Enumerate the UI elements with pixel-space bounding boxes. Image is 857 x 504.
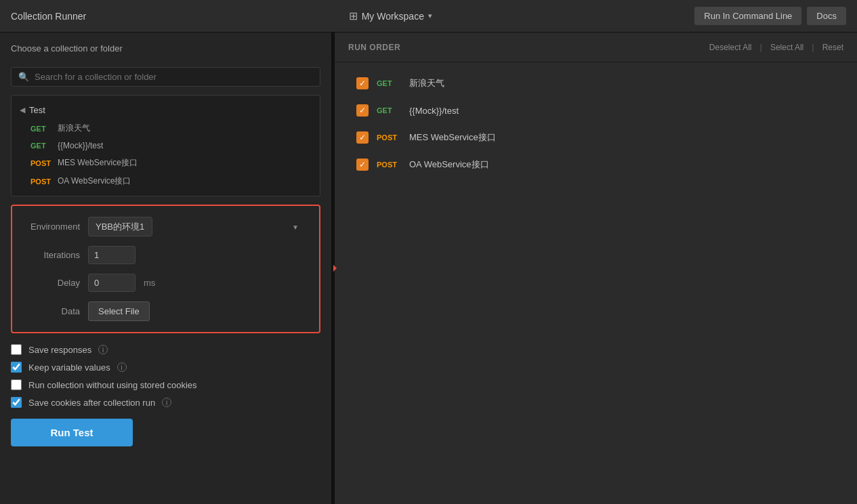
reset-button[interactable]: Reset [822, 43, 843, 52]
iterations-label: Iterations [26, 250, 80, 260]
header: Collection Runner ⊞ My Workspace ▾ Run I… [0, 0, 857, 33]
option-save-responses: Save responses i [11, 344, 320, 355]
iterations-row: Iterations [26, 246, 306, 264]
run-order-header: RUN ORDER Deselect All | Select All | Re… [335, 33, 857, 62]
search-input[interactable] [35, 72, 313, 82]
item-name: MES WebService接口 [58, 157, 138, 169]
list-item: GET {{Mock}}/test [12, 138, 320, 154]
workspace-name: My Workspace [362, 11, 424, 22]
keep-variable-info-icon[interactable]: i [117, 362, 127, 372]
no-cookies-label: Run collection without using stored cook… [28, 380, 197, 390]
option-keep-variable: Keep variable values i [11, 362, 320, 373]
select-all-button[interactable]: Select All [770, 43, 803, 52]
run-item-checkbox[interactable]: ✓ [356, 159, 369, 171]
main-layout: Choose a collection or folder 🔍 ◀ Test G… [0, 33, 857, 504]
run-item-name: MES WebService接口 [409, 131, 496, 144]
docs-button[interactable]: Docs [807, 7, 846, 25]
choose-label: Choose a collection or folder [11, 43, 320, 54]
run-list-item: ✓ POST MES WebService接口 [348, 125, 843, 150]
run-item-checkbox[interactable]: ✓ [356, 77, 369, 89]
search-icon: 🔍 [18, 72, 29, 82]
run-item-name: OA WebService接口 [409, 159, 489, 171]
environment-label: Environment [26, 222, 80, 232]
save-cookies-label: Save cookies after collection run [28, 398, 155, 408]
environment-select-wrapper: YBB的环境1 [88, 217, 306, 236]
save-responses-info-icon[interactable]: i [98, 345, 108, 354]
run-item-checkbox[interactable]: ✓ [356, 104, 369, 117]
list-item: POST OA WebService接口 [12, 172, 320, 190]
save-cookies-checkbox[interactable] [11, 397, 22, 408]
run-item-checkbox[interactable]: ✓ [356, 131, 369, 144]
run-list-item: ✓ POST OA WebService接口 [348, 152, 843, 177]
list-item: POST MES WebService接口 [12, 154, 320, 172]
right-panel: RUN ORDER Deselect All | Select All | Re… [335, 33, 857, 504]
method-post-label: POST [30, 177, 52, 186]
save-cookies-info-icon[interactable]: i [162, 398, 171, 407]
method-post-label: POST [377, 133, 401, 142]
environment-row: Environment YBB的环境1 [26, 217, 306, 236]
keep-variable-checkbox[interactable] [11, 362, 22, 373]
run-order-title: RUN ORDER [348, 43, 400, 52]
select-file-button[interactable]: Select File [88, 301, 150, 321]
chevron-down-icon: ▾ [428, 12, 432, 20]
item-name: 新浪天气 [58, 123, 90, 134]
header-actions: Run In Command Line Docs [694, 7, 846, 25]
run-test-button[interactable]: Run Test [11, 419, 133, 446]
run-command-line-button[interactable]: Run In Command Line [694, 7, 801, 25]
save-responses-checkbox[interactable] [11, 344, 22, 355]
config-section: Environment YBB的环境1 Iterations Delay ms [11, 205, 320, 333]
run-order-actions: Deselect All | Select All | Reset [709, 42, 843, 52]
grid-icon: ⊞ [349, 9, 358, 22]
method-get-label: GET [377, 79, 401, 87]
option-no-cookies: Run collection without using stored cook… [11, 379, 320, 390]
app-title: Collection Runner [11, 11, 86, 22]
no-cookies-checkbox[interactable] [11, 379, 22, 390]
run-list-item: ✓ GET {{Mock}}/test [348, 98, 843, 123]
chevron-left-icon: ◀ [20, 106, 25, 114]
separator: | [812, 42, 814, 52]
run-list-item: ✓ GET 新浪天气 [348, 70, 843, 96]
item-name: OA WebService接口 [58, 175, 131, 187]
deselect-all-button[interactable]: Deselect All [709, 43, 752, 52]
data-label: Data [26, 306, 80, 316]
method-get-label: GET [377, 106, 401, 114]
folder-name: Test [29, 105, 45, 115]
iterations-input[interactable] [88, 246, 135, 264]
option-save-cookies: Save cookies after collection run i [11, 397, 320, 408]
workspace-selector[interactable]: ⊞ My Workspace ▾ [349, 9, 432, 22]
item-name: {{Mock}}/test [58, 141, 103, 150]
delay-row: Delay ms [26, 274, 306, 292]
run-item-name: 新浪天气 [409, 77, 444, 89]
list-item: GET 新浪天气 [12, 119, 320, 138]
method-post-label: POST [30, 159, 52, 167]
delay-unit: ms [144, 278, 155, 288]
collection-list: ◀ Test GET 新浪天气 GET {{Mock}}/test POST M… [11, 95, 320, 196]
panel-divider [332, 33, 335, 504]
save-responses-label: Save responses [28, 345, 91, 355]
keep-variable-label: Keep variable values [28, 362, 110, 373]
data-row: Data Select File [26, 301, 306, 321]
method-post-label: POST [377, 161, 401, 169]
method-get-label: GET [30, 125, 52, 133]
options-section: Save responses i Keep variable values i … [11, 341, 320, 411]
environment-select[interactable]: YBB的环境1 [88, 217, 152, 236]
delay-input[interactable] [88, 274, 135, 292]
method-get-label: GET [30, 142, 52, 150]
delay-label: Delay [26, 278, 80, 288]
collection-folder[interactable]: ◀ Test [12, 101, 320, 119]
left-panel: Choose a collection or folder 🔍 ◀ Test G… [0, 33, 332, 504]
search-box: 🔍 [11, 67, 320, 87]
run-list: ✓ GET 新浪天气 ✓ GET {{Mock}}/test ✓ POST ME… [335, 62, 857, 186]
separator: | [760, 42, 762, 52]
run-item-name: {{Mock}}/test [409, 106, 459, 116]
